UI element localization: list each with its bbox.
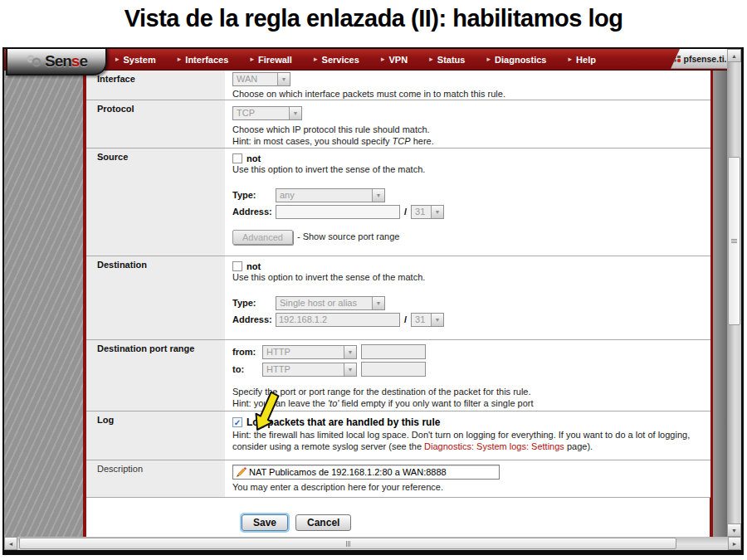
field-value-destination: not Use this option to invert the sense … bbox=[225, 256, 710, 339]
select-arrow-icon: ▼ bbox=[372, 297, 384, 309]
menu-arrow-icon: ▸ bbox=[115, 56, 120, 63]
nav-item-services[interactable]: ▸ Services bbox=[314, 55, 359, 65]
source-mask-select[interactable]: 31 ▼ bbox=[411, 205, 444, 219]
menu-arrow-icon: ▸ bbox=[250, 56, 254, 63]
destination-address-grid: Type: Single host or alias ▼ Address: / bbox=[232, 296, 704, 327]
port-to-custom-input[interactable] bbox=[361, 362, 426, 377]
description-note: You may enter a description here for you… bbox=[232, 482, 704, 494]
field-value-source: not Use this option to invert the sense … bbox=[225, 149, 710, 256]
select-arrow-icon: ▼ bbox=[277, 73, 290, 85]
syslog-settings-link[interactable]: Diagnostics: System logs: Settings bbox=[424, 441, 564, 451]
pfsense-gears-icon bbox=[26, 55, 44, 68]
source-address-grid: Type: any ▼ Address: / 31 bbox=[232, 188, 704, 219]
menu-arrow-icon: ▸ bbox=[381, 56, 385, 63]
destination-mask-select[interactable]: 31 ▼ bbox=[411, 313, 444, 327]
horizontal-scroll-thumb[interactable] bbox=[19, 538, 676, 549]
destination-invert-description: Use this option to invert the sense of t… bbox=[232, 272, 704, 284]
source-not-line: not bbox=[232, 153, 704, 163]
port-range-hint: Hint: you can leave the 'to' field empty… bbox=[232, 398, 704, 410]
menu-arrow-icon: ▸ bbox=[314, 56, 318, 63]
field-label-protocol: Protocol bbox=[86, 100, 225, 148]
destination-address-input[interactable] bbox=[276, 313, 400, 327]
port-range-grid: from: HTTP ▼ to: HTTP ▼ bbox=[232, 344, 704, 377]
description-input[interactable]: NAT Publicamos de 192.168.1.2:80 a WAN:8… bbox=[232, 465, 500, 480]
form-row-source: Source not Use this option to invert the… bbox=[86, 149, 710, 256]
nav-item-diagnostics[interactable]: ▸ Diagnostics bbox=[487, 55, 547, 65]
source-type-select[interactable]: any ▼ bbox=[276, 188, 385, 202]
menu-arrow-icon: ▸ bbox=[429, 56, 433, 63]
field-value-protocol: TCP ▼ Choose which IP protocol this rule… bbox=[225, 100, 710, 148]
nav-item-status[interactable]: ▸ Status bbox=[429, 55, 465, 65]
pfsense-logo: Sense bbox=[6, 47, 107, 75]
source-address-line: / 31 ▼ bbox=[276, 205, 704, 219]
nav-item-help[interactable]: ▸ Help bbox=[569, 55, 596, 65]
menu-arrow-icon: ▸ bbox=[178, 56, 182, 63]
vertical-scroll-thumb[interactable] bbox=[728, 157, 740, 325]
source-not-checkbox[interactable] bbox=[232, 153, 242, 163]
select-arrow-icon: ▼ bbox=[344, 346, 356, 358]
slide: Vista de la regla enlazada (II): habilit… bbox=[0, 0, 747, 560]
save-button[interactable]: Save bbox=[242, 514, 288, 531]
advanced-description: - Show source port range bbox=[297, 231, 400, 243]
background-left-panel bbox=[4, 49, 83, 550]
pencil-icon bbox=[236, 467, 247, 478]
form-buttons: Save Cancel bbox=[242, 514, 351, 531]
nav-item-firewall[interactable]: ▸ Firewall bbox=[250, 55, 292, 65]
source-address-input[interactable] bbox=[276, 205, 400, 219]
destination-not-line: not bbox=[232, 261, 704, 271]
scroll-down-button[interactable]: ▼ bbox=[727, 523, 741, 537]
select-arrow-icon: ▼ bbox=[289, 107, 301, 119]
field-label-interface: Interface bbox=[86, 71, 225, 100]
form-row-protocol: Protocol TCP ▼ Choose which IP protocol … bbox=[86, 100, 710, 149]
form-row-interface: Interface WAN ▼ Choose on which interfac… bbox=[86, 71, 710, 100]
port-range-description: Specify the port or port range for the d… bbox=[232, 387, 704, 398]
field-value-log: ✓ Log packets that are handled by this r… bbox=[225, 411, 710, 460]
form-row-dest-port-range: Destination port range from: HTTP ▼ to: bbox=[86, 340, 710, 411]
port-from-custom-input[interactable] bbox=[361, 344, 426, 359]
select-arrow-icon: ▼ bbox=[344, 363, 356, 376]
nav-item-vpn[interactable]: ▸ VPN bbox=[381, 55, 408, 65]
page-title: Vista de la regla enlazada (II): habilit… bbox=[0, 5, 747, 32]
destination-address-line: / 31 ▼ bbox=[276, 313, 704, 327]
select-arrow-icon: ▼ bbox=[431, 314, 443, 326]
destination-not-checkbox[interactable] bbox=[232, 261, 242, 271]
scroll-up-button[interactable]: ▲ bbox=[727, 49, 741, 62]
form-row-destination: Destination not Use this option to inver… bbox=[86, 256, 710, 340]
field-label-log: Log bbox=[86, 411, 225, 460]
cancel-button[interactable]: Cancel bbox=[295, 514, 351, 531]
vertical-scrollbar[interactable]: ▲ ▼ bbox=[727, 49, 741, 537]
nav-item-system[interactable]: ▸ System bbox=[115, 55, 156, 65]
scroll-right-button[interactable]: ► bbox=[728, 537, 741, 550]
advanced-button[interactable]: Advanced bbox=[232, 230, 293, 245]
nav-bar: ▸ System ▸ Interfaces ▸ Firewall ▸ Servi… bbox=[4, 49, 729, 71]
interface-description: Choose on which interface packets must c… bbox=[232, 89, 704, 100]
port-to-line: HTTP ▼ bbox=[262, 362, 704, 377]
field-label-destination: Destination bbox=[86, 256, 225, 339]
interface-select[interactable]: WAN ▼ bbox=[232, 72, 290, 86]
browser-screenshot: ▸ System ▸ Interfaces ▸ Firewall ▸ Servi… bbox=[2, 47, 744, 555]
log-checkbox[interactable]: ✓ bbox=[232, 417, 242, 427]
scroll-left-button[interactable]: ◄ bbox=[4, 537, 17, 550]
menu-arrow-icon: ▸ bbox=[569, 56, 573, 63]
nav-item-interfaces[interactable]: ▸ Interfaces bbox=[178, 55, 229, 65]
horizontal-scrollbar[interactable]: ◄ ► bbox=[4, 537, 741, 550]
select-arrow-icon: ▼ bbox=[372, 189, 384, 202]
port-from-select[interactable]: HTTP ▼ bbox=[262, 345, 357, 359]
protocol-description: Choose which IP protocol this rule shoul… bbox=[232, 124, 704, 136]
port-from-line: HTTP ▼ bbox=[262, 344, 704, 359]
field-value-description: NAT Publicamos de 192.168.1.2:80 a WAN:8… bbox=[225, 460, 710, 497]
field-value-interface: WAN ▼ Choose on which interface packets … bbox=[225, 71, 710, 100]
protocol-hint: Hint: in most cases, you should specify … bbox=[232, 136, 704, 148]
port-to-select[interactable]: HTTP ▼ bbox=[262, 363, 357, 377]
source-invert-description: Use this option to invert the sense of t… bbox=[232, 164, 704, 176]
log-hint: Hint: the firewall has limited local log… bbox=[232, 430, 701, 453]
protocol-select[interactable]: TCP ▼ bbox=[232, 106, 302, 120]
grip-icon bbox=[346, 541, 350, 547]
destination-type-select[interactable]: Single host or alias ▼ bbox=[276, 296, 385, 310]
firewall-rule-form: Interface WAN ▼ Choose on which interfac… bbox=[86, 71, 710, 498]
field-label-dest-port-range: Destination port range bbox=[86, 340, 225, 411]
tab-label: pfsense.ti. bbox=[684, 54, 727, 64]
field-value-dest-port-range: from: HTTP ▼ to: HTTP ▼ bbox=[225, 340, 710, 411]
browser-tab-pfsense[interactable]: pfsense.ti. bbox=[671, 49, 729, 69]
log-checkbox-line: ✓ Log packets that are handled by this r… bbox=[232, 416, 704, 428]
